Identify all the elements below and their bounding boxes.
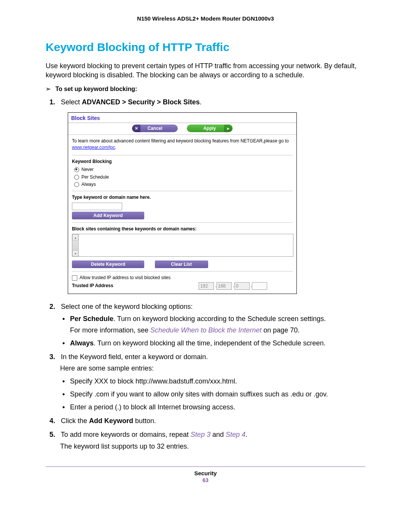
add-keyword-button[interactable]: Add Keyword [72, 212, 144, 219]
close-icon: ✕ [132, 125, 140, 132]
keyword-blocking-label: Keyword Blocking [72, 158, 293, 165]
step-2-text: Select one of the keyword blocking optio… [61, 303, 193, 310]
info-text: To learn more about advanced content fil… [72, 138, 293, 151]
info-link[interactable]: www.netgear.com/lpc [72, 145, 115, 150]
step-3-intro: Here are some sample entries: [60, 363, 365, 373]
step-2-bullet-2-text: . Turn on keyword blocking all the time,… [94, 339, 325, 347]
delete-keyword-button[interactable]: Delete Keyword [72, 260, 144, 268]
trusted-ip-label: Trusted IP Address [72, 283, 198, 289]
panel-title: Block Sites [68, 113, 296, 123]
trusted-ip-checkbox-row[interactable]: Allow trusted IP address to visit blocke… [72, 275, 293, 281]
step-2-bullet-2-term: Always [70, 339, 94, 347]
scrollbar[interactable]: ▴ ▾ [72, 234, 79, 256]
step-5-text-c: . [245, 431, 247, 438]
step-5: 5. To add more keywords or domains, repe… [60, 430, 365, 451]
keyword-listbox[interactable]: ▴ ▾ [72, 234, 293, 257]
clear-list-button[interactable]: Clear List [155, 260, 208, 268]
cancel-button-label: Cancel [148, 126, 162, 131]
step-1-path: ADVANCED > Security > Block Sites [82, 98, 200, 106]
step-2-bullet-2: Always. Turn on keyword blocking all the… [70, 338, 365, 348]
step-5-text-a: To add more keywords or domains, repeat [61, 431, 191, 438]
radio-always[interactable] [74, 182, 79, 187]
intro-paragraph: Use keyword blocking to prevent certain … [46, 61, 365, 80]
radio-per-schedule[interactable] [74, 175, 79, 180]
footer-rule [46, 466, 365, 467]
step-3-bullet-3: Enter a period (.) to block all Internet… [70, 402, 365, 412]
type-keyword-label: Type keyword or domain name here. [72, 194, 293, 201]
step-4-button-name: Add Keyword [89, 417, 133, 425]
radio-always-row[interactable]: Always [74, 181, 293, 188]
scroll-up-icon[interactable]: ▴ [72, 234, 78, 240]
ip-octet-2: 168 [217, 282, 232, 290]
step-1-text-c: . [200, 98, 202, 106]
cross-ref-step3[interactable]: Step 3 [191, 431, 210, 438]
step-1: 1. Select ADVANCED > Security > Block Si… [60, 97, 365, 294]
info-text-b: . [115, 145, 116, 150]
step-4: 4. Click the Add Keyword button. [60, 416, 365, 426]
block-list-label: Block sites containing these keywords or… [72, 226, 293, 232]
step-4-text-b: button. [133, 417, 156, 425]
procedure-heading: ➢ To set up keyword blocking: [46, 85, 365, 93]
step-2-bullet-1-term: Per Schedule [70, 315, 113, 323]
radio-per-schedule-label: Per Schedule [81, 174, 109, 181]
step-5-sub: The keyword list supports up to 32 entri… [60, 441, 365, 451]
step-3-bullet-1: Specify XXX to block http://www.badstuff… [70, 376, 365, 386]
chevron-right-icon: ➢ [46, 85, 51, 93]
trusted-ip-checkbox-label: Allow trusted IP address to visit blocke… [80, 275, 170, 281]
step-2-bullet-1-sub-b: on page 70. [261, 326, 299, 334]
radio-always-label: Always [81, 181, 96, 188]
trusted-ip-checkbox[interactable] [72, 275, 77, 281]
cross-ref-step4[interactable]: Step 4 [226, 431, 245, 438]
radio-never-row[interactable]: Never [74, 166, 293, 173]
step-3-text: In the Keyword field, enter a keyword or… [61, 353, 208, 361]
chevron-right-icon: ▸ [224, 125, 233, 132]
step-3-bullet-2: Specify .com if you want to allow only s… [70, 389, 365, 399]
radio-per-schedule-row[interactable]: Per Schedule [74, 174, 293, 181]
footer-section: Security [46, 470, 365, 476]
panel-toolbar: ✕ Cancel Apply ▸ [68, 123, 296, 135]
procedure-heading-text: To set up keyword blocking: [55, 86, 137, 92]
info-text-a: To learn more about advanced content fil… [72, 138, 289, 144]
radio-never-label: Never [81, 166, 94, 173]
step-5-mid: and [210, 431, 226, 438]
step-4-text-a: Click the [61, 417, 89, 425]
step-3: 3. In the Keyword field, enter a keyword… [60, 352, 365, 412]
scroll-down-icon[interactable]: ▾ [72, 250, 78, 256]
cancel-button[interactable]: ✕ Cancel [132, 125, 178, 132]
step-2-bullet-1-sub-a: For more information, see [70, 326, 150, 334]
cross-ref-schedule[interactable]: Schedule When to Block the Internet [150, 326, 261, 334]
apply-button[interactable]: Apply ▸ [187, 125, 233, 132]
radio-never[interactable] [74, 167, 79, 172]
step-2-bullet-1: Per Schedule. Turn on keyword blocking a… [70, 314, 365, 335]
step-2: 2. Select one of the keyword blocking op… [60, 302, 365, 348]
step-1-text-a: Select [61, 98, 82, 106]
ip-octet-4[interactable] [252, 282, 267, 290]
doc-header: N150 Wireless ADSL2+ Modem Router DGN100… [46, 15, 365, 22]
keyword-input[interactable] [72, 203, 122, 210]
section-heading: Keyword Blocking of HTTP Traffic [46, 41, 365, 54]
footer-page-number: 63 [46, 477, 365, 483]
step-2-bullet-1-text: . Turn on keyword blocking according to … [113, 315, 326, 323]
ip-octet-1: 192 [199, 282, 214, 290]
block-sites-ui: Block Sites ✕ Cancel Apply ▸ To learn mo… [68, 112, 297, 294]
ip-octet-3: 0 [234, 282, 250, 290]
apply-button-label: Apply [203, 126, 216, 131]
